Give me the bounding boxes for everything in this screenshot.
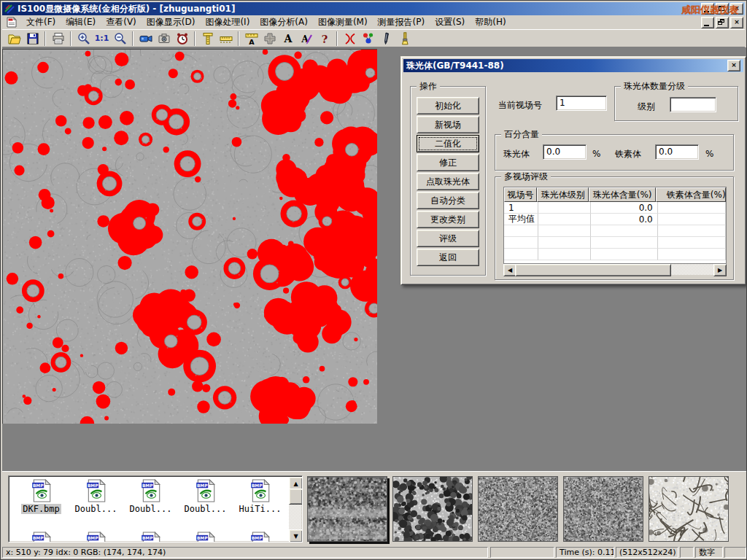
file-item[interactable]: BMP [69, 532, 123, 542]
curve-cut-icon[interactable] [341, 31, 359, 47]
file-list: BMP DKF.bmp BMP Doubl... BMP Doubl... BM… [8, 475, 303, 542]
table-h-scrollbar[interactable]: ◀ ▶ [503, 264, 725, 275]
thumbnail-4[interactable] [563, 476, 643, 542]
specimen-image[interactable] [3, 50, 377, 424]
status-empty-3 [724, 547, 746, 558]
col-header-grade[interactable]: 珠光体级别 [537, 187, 589, 202]
scroll-thumb[interactable] [515, 264, 671, 276]
file-item[interactable]: BMP [15, 532, 68, 542]
pearlite-input[interactable]: 0.0 [543, 144, 587, 160]
auto-classify-button[interactable]: 自动分类 [417, 192, 479, 209]
file-item[interactable]: BMP [179, 532, 232, 542]
dialog-title-bar[interactable]: 珠光体(GB/T9441-88) × [403, 59, 743, 72]
return-button[interactable]: 返回 [417, 249, 479, 266]
menu-settings[interactable]: 设置(S) [430, 15, 470, 30]
dialog-close-icon[interactable]: × [727, 60, 740, 71]
toolbar-separator [132, 31, 133, 46]
thumbnail-5[interactable] [649, 476, 729, 542]
col-header-ferrite[interactable]: 铁素体含量(%) [656, 187, 726, 202]
file-name[interactable]: DKF.bmp [21, 504, 61, 514]
file-item[interactable]: BMP [233, 532, 287, 542]
document-icon [5, 16, 18, 28]
grid-cross-icon[interactable] [260, 31, 279, 47]
table-row[interactable]: 平均值 0.0 [504, 214, 726, 225]
ferrite-input[interactable]: 0.0 [655, 144, 699, 160]
bmp-file-icon: BMP [196, 532, 216, 542]
print-icon[interactable] [49, 31, 67, 47]
measure-scale-icon[interactable]: A [242, 31, 260, 47]
open-icon[interactable] [5, 31, 23, 47]
status-bar: x: 510 y: 79 idx: 0 RGB: (174, 174, 174)… [2, 545, 746, 559]
binarize-button[interactable]: 二值化 [417, 135, 479, 152]
child-close-button[interactable]: × [730, 17, 743, 28]
pen-icon[interactable] [377, 31, 395, 47]
minimize-button[interactable] [701, 3, 714, 15]
new-field-button[interactable]: 新视场 [417, 116, 479, 133]
menu-file[interactable]: 文件(F) [21, 15, 61, 30]
svg-text:BMP: BMP [251, 483, 262, 488]
thumbnail-1[interactable] [307, 476, 387, 542]
table-row-empty [504, 225, 726, 237]
menu-image-analysis[interactable]: 图像分析(A) [255, 15, 313, 30]
grade-button[interactable]: 评级 [417, 230, 479, 247]
col-header-field[interactable]: 视场号 [504, 187, 537, 202]
pick-pearlite-button[interactable]: 点取珠光体 [417, 173, 479, 190]
child-restore-button[interactable] [716, 17, 729, 28]
file-item[interactable]: BMP Doubl... [69, 479, 123, 514]
toolbar-separator [194, 31, 196, 46]
clock-icon[interactable] [173, 31, 191, 47]
menu-edit[interactable]: 编辑(E) [61, 15, 101, 30]
grade-input[interactable] [670, 97, 716, 112]
caliper-icon[interactable] [198, 31, 217, 47]
ruler-icon[interactable] [217, 31, 235, 47]
zoom-out-icon[interactable] [111, 31, 129, 47]
file-item[interactable]: BMP [124, 532, 177, 542]
workspace: 珠光体(GB/T9441-88) × 操作 初始化 新视场 二值化 修正 点取珠… [2, 47, 746, 471]
svg-text:BMP: BMP [196, 536, 207, 540]
video-camera-icon[interactable] [136, 31, 155, 47]
thumbnail-2[interactable] [392, 476, 473, 542]
menu-image-measure[interactable]: 图像测量(M) [313, 15, 373, 30]
correct-button[interactable]: 修正 [417, 154, 479, 171]
menu-image-processing[interactable]: 图像处理(I) [200, 15, 255, 30]
file-list-v-scrollbar[interactable]: ▲ ▼ [289, 477, 301, 541]
scroll-down-icon[interactable]: ▼ [289, 529, 303, 542]
file-name[interactable]: Doubl... [183, 504, 228, 514]
save-icon[interactable] [23, 31, 42, 47]
file-item[interactable]: BMP Doubl... [124, 479, 177, 514]
file-item[interactable]: BMP HuiTi... [233, 479, 287, 514]
initialize-button[interactable]: 初始化 [417, 97, 479, 114]
change-class-button[interactable]: 更改类别 [417, 211, 479, 228]
thumbnail-3[interactable] [478, 476, 558, 542]
file-item[interactable]: BMP DKF.bmp [15, 479, 68, 514]
zoom-in-icon[interactable] [74, 31, 93, 47]
text-icon[interactable]: A [279, 31, 297, 47]
status-image-size: (512x512x24) [616, 547, 678, 558]
grade-label: 级别 [638, 101, 655, 113]
scroll-right-icon[interactable]: ▶ [713, 264, 727, 276]
table-row[interactable]: 1 0.0 [504, 202, 726, 214]
menu-image-display[interactable]: 图像显示(D) [142, 15, 201, 30]
annotate-icon[interactable]: A [297, 31, 315, 47]
child-minimize-button[interactable] [701, 17, 714, 28]
maximize-button[interactable] [716, 3, 729, 15]
menu-help[interactable]: 帮助(H) [470, 15, 511, 30]
menu-view[interactable]: 查看(V) [101, 15, 142, 30]
close-button[interactable]: × [730, 3, 743, 15]
svg-text:BMP: BMP [32, 536, 43, 540]
brush-icon[interactable] [395, 31, 414, 47]
file-name[interactable]: Doubl... [74, 504, 119, 514]
scroll-thumb[interactable] [289, 489, 303, 505]
rating-table[interactable]: 视场号 珠光体级别 珠光体含量(%) 铁素体含量(%) 1 0.0 平均值 0.… [503, 187, 727, 264]
menu-measure-report[interactable]: 测量报告(P) [373, 15, 430, 30]
camera-icon[interactable] [155, 31, 173, 47]
current-field-input[interactable]: 1 [556, 96, 607, 111]
multi-field-group-label: 多视场评级 [501, 171, 551, 182]
file-name[interactable]: Doubl... [128, 504, 174, 514]
color-balls-icon[interactable] [359, 31, 377, 47]
file-item[interactable]: BMP Doubl... [179, 479, 232, 514]
actual-size-icon[interactable]: 1:1 [93, 31, 111, 47]
col-header-pearlite[interactable]: 珠光体含量(%) [589, 187, 655, 202]
help-icon[interactable]: ? [315, 31, 333, 47]
file-name[interactable]: HuiTi... [238, 504, 283, 514]
